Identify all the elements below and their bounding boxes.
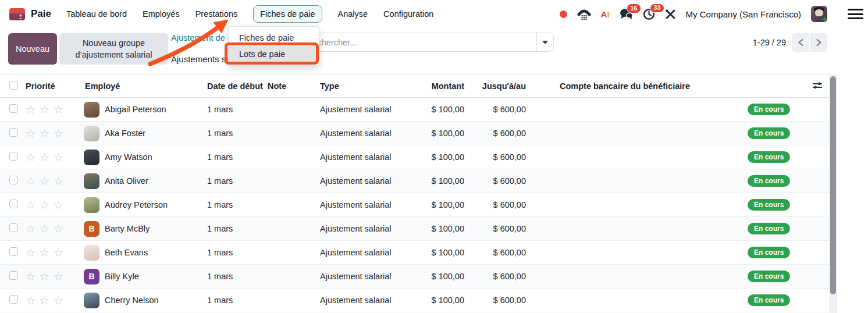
nav-item-configuration[interactable]: Configuration xyxy=(383,9,433,19)
until: $ 600,00 xyxy=(467,176,532,186)
table-row[interactable]: ☆☆☆BBilly Kyle1 marsAjustement salarial$… xyxy=(0,265,829,289)
chat-icon[interactable]: 16 xyxy=(620,8,633,20)
row-checkbox[interactable] xyxy=(9,271,18,280)
new-salary-adjustment-group-button[interactable]: Nouveau groupe d’ajustement salarial xyxy=(59,33,168,65)
status-badge: En cours xyxy=(748,199,790,211)
activity-badge: 33 xyxy=(650,3,665,13)
table-row[interactable]: ☆☆☆Amy Watson1 marsAjustement salarial$ … xyxy=(0,145,829,169)
sliders-icon xyxy=(812,81,823,90)
chevron-right-icon xyxy=(816,38,822,47)
row-checkbox[interactable] xyxy=(9,247,18,256)
start-date: 1 mars xyxy=(207,152,268,162)
table-body: ☆☆☆Abigail Peterson1 marsAjustement sala… xyxy=(0,98,829,312)
pager-previous-button[interactable] xyxy=(792,33,809,52)
employee-name: Cherry Nelson xyxy=(105,296,159,305)
nav-item-tableau-de-bord[interactable]: Tableau de bord xyxy=(66,9,127,19)
menu-item-lots-de-paie[interactable]: Lots de paie xyxy=(229,46,319,62)
activity-clock-icon[interactable]: 33 xyxy=(643,8,655,20)
nav-item-analyse[interactable]: Analyse xyxy=(338,9,368,19)
employee-avatar xyxy=(84,245,99,261)
new-button[interactable]: Nouveau xyxy=(8,33,57,65)
priority-stars[interactable]: ☆☆☆ xyxy=(26,270,67,283)
header-until[interactable]: Jusqu'à/au xyxy=(467,81,532,91)
type: Ajustement salarial xyxy=(320,176,401,186)
tools-icon[interactable] xyxy=(665,9,676,20)
optional-columns-button[interactable] xyxy=(810,79,825,94)
pager-range: 1-29 / 29 xyxy=(753,38,786,47)
type: Ajustement salarial xyxy=(320,272,401,281)
type: Ajustement salarial xyxy=(320,152,401,162)
start-date: 1 mars xyxy=(207,176,268,186)
amount: $ 100,00 xyxy=(401,129,467,138)
header-priority[interactable]: Priorité xyxy=(26,81,84,91)
until: $ 600,00 xyxy=(467,272,532,281)
row-checkbox[interactable] xyxy=(9,295,18,304)
header-start-date[interactable]: Date de début xyxy=(207,81,268,91)
employee-avatar xyxy=(84,150,99,165)
hamburger-menu-icon[interactable] xyxy=(848,9,863,22)
table-row[interactable]: ☆☆☆Beth Evans1 marsAjustement salarial$ … xyxy=(0,241,829,265)
user-avatar[interactable]: ✈ xyxy=(811,6,827,22)
until: $ 600,00 xyxy=(467,152,532,162)
app-brand[interactable]: Paie xyxy=(9,8,51,20)
ai-icon[interactable]: AI xyxy=(601,9,610,19)
priority-stars[interactable]: ☆☆☆ xyxy=(26,294,67,307)
employee-name: Barty McBly xyxy=(105,224,150,233)
status-badge: En cours xyxy=(748,247,790,258)
employee-name: Audrey Peterson xyxy=(105,200,168,209)
select-all-checkbox[interactable] xyxy=(9,81,18,90)
employee-name: Billy Kyle xyxy=(105,272,139,281)
status-badge: En cours xyxy=(748,127,790,139)
priority-stars[interactable]: ☆☆☆ xyxy=(26,246,67,259)
start-date: 1 mars xyxy=(207,129,268,138)
employee-avatar xyxy=(84,197,99,213)
pager: 1-29 / 29 xyxy=(753,33,827,52)
menu-item-fiches-de-paie[interactable]: Fiches de paie xyxy=(229,30,319,46)
header-note[interactable]: Note xyxy=(268,81,320,91)
start-date: 1 mars xyxy=(207,296,268,305)
table-row[interactable]: ☆☆☆Anita Oliver1 marsAjustement salarial… xyxy=(0,169,829,193)
row-checkbox[interactable] xyxy=(9,152,18,161)
row-checkbox[interactable] xyxy=(9,223,18,232)
row-checkbox[interactable] xyxy=(9,128,18,137)
nav-item-prestations[interactable]: Prestations xyxy=(195,9,238,19)
table-row[interactable]: ☆☆☆Cherry Nelson1 marsAjustement salaria… xyxy=(0,289,829,312)
row-checkbox[interactable] xyxy=(9,176,18,184)
nav-item-employ-s[interactable]: Employés xyxy=(143,9,180,19)
status-badge: En cours xyxy=(748,151,790,163)
employee-name: Amy Watson xyxy=(105,152,152,162)
row-checkbox[interactable] xyxy=(9,104,18,113)
priority-stars[interactable]: ☆☆☆ xyxy=(26,175,67,187)
priority-stars[interactable]: ☆☆☆ xyxy=(26,198,67,211)
header-type[interactable]: Type xyxy=(320,81,401,91)
nav-item-fiches-de-paie[interactable]: Fiches de paie xyxy=(253,5,322,23)
header-beneficiary-account[interactable]: Compte bancaire du bénéficiaire xyxy=(532,81,739,91)
priority-stars[interactable]: ☆☆☆ xyxy=(26,127,67,140)
scrollbar-thumb[interactable] xyxy=(830,76,836,294)
nav-menu: Tableau de bordEmployésPrestationsFiches… xyxy=(66,5,433,23)
priority-stars[interactable]: ☆☆☆ xyxy=(26,103,67,116)
employee-name: Abigail Peterson xyxy=(105,105,166,114)
priority-stars[interactable]: ☆☆☆ xyxy=(26,151,67,163)
employee-avatar: B xyxy=(84,221,99,237)
status-badge: En cours xyxy=(748,223,790,234)
phone-icon[interactable] xyxy=(577,9,591,20)
employee-avatar: B xyxy=(84,269,99,284)
pager-next-button[interactable] xyxy=(810,33,827,52)
row-checkbox[interactable] xyxy=(9,200,18,208)
until: $ 600,00 xyxy=(467,296,532,305)
search-dropdown-toggle[interactable] xyxy=(536,33,553,51)
start-date: 1 mars xyxy=(207,105,268,114)
header-employee[interactable]: Employé xyxy=(84,81,207,91)
table-row[interactable]: ☆☆☆Abigail Peterson1 marsAjustement sala… xyxy=(0,98,829,122)
table-row[interactable]: ☆☆☆Audrey Peterson1 marsAjustement salar… xyxy=(0,193,829,217)
amount: $ 100,00 xyxy=(401,200,467,209)
priority-stars[interactable]: ☆☆☆ xyxy=(26,222,67,235)
start-date: 1 mars xyxy=(207,248,268,257)
person-icon xyxy=(18,14,23,19)
table-row[interactable]: ☆☆☆Aka Foster1 marsAjustement salarial$ … xyxy=(0,122,829,145)
company-switcher[interactable]: My Company (San Francisco) xyxy=(686,9,801,19)
start-date: 1 mars xyxy=(207,224,268,233)
table-row[interactable]: ☆☆☆BBarty McBly1 marsAjustement salarial… xyxy=(0,217,829,241)
header-amount[interactable]: Montant xyxy=(401,81,467,91)
